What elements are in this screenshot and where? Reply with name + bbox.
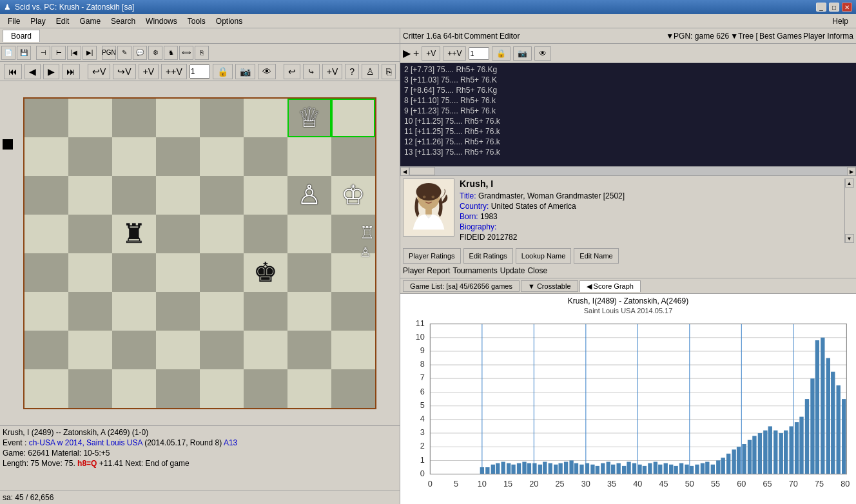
square-g2[interactable] bbox=[287, 331, 331, 369]
square-e6[interactable] bbox=[200, 176, 244, 215]
square-f8[interactable] bbox=[244, 99, 287, 137]
nav-pieces[interactable]: ♙ bbox=[362, 64, 379, 79]
event-eco[interactable]: A13 bbox=[224, 438, 237, 447]
tab-best-games[interactable]: Best Games bbox=[759, 32, 802, 41]
scroll-right-btn[interactable]: ▶ bbox=[847, 167, 856, 176]
square-e5[interactable] bbox=[200, 215, 244, 253]
square-a8[interactable] bbox=[24, 99, 68, 137]
square-a4[interactable] bbox=[24, 253, 68, 292]
square-e1[interactable] bbox=[200, 369, 244, 408]
square-c5[interactable]: ♜ bbox=[112, 215, 156, 253]
square-d4[interactable] bbox=[156, 253, 200, 292]
square-b8[interactable] bbox=[68, 99, 112, 137]
nav-next[interactable]: ▶ bbox=[43, 64, 59, 79]
nav-back5[interactable]: ↩V bbox=[88, 64, 110, 79]
scroll-down-arrow[interactable]: ▼ bbox=[845, 234, 854, 243]
btn-tournaments[interactable]: Tournaments bbox=[452, 266, 497, 275]
tab-tree[interactable]: ▼Tree [ bbox=[730, 32, 758, 41]
square-c2[interactable] bbox=[112, 331, 156, 369]
lock-btn[interactable]: 🔒 bbox=[492, 46, 511, 61]
event-link[interactable]: ch-USA w 2014, Saint Louis USA bbox=[29, 438, 142, 447]
nav-start[interactable]: ⏮ bbox=[4, 64, 22, 79]
tb-new-game[interactable]: 📄 bbox=[1, 46, 15, 60]
menu-options[interactable]: Options bbox=[211, 15, 248, 27]
tb-comment[interactable]: 💬 bbox=[133, 46, 147, 60]
tb-annotate[interactable]: ✎ bbox=[117, 46, 131, 60]
square-a5[interactable] bbox=[24, 215, 68, 253]
tab-critter[interactable]: Critter 1.6a 64-bit bbox=[403, 32, 463, 41]
square-d8[interactable] bbox=[156, 99, 200, 137]
square-f3[interactable] bbox=[244, 292, 287, 331]
square-e8[interactable] bbox=[200, 99, 244, 137]
square-a3[interactable] bbox=[24, 292, 68, 331]
nav-rotate[interactable]: ↩ bbox=[284, 64, 300, 79]
eye-btn[interactable]: 👁 bbox=[534, 46, 551, 61]
close-button[interactable]: ✕ bbox=[842, 3, 852, 12]
tab-crosstable[interactable]: ▼ Crosstable bbox=[521, 280, 578, 292]
square-e3[interactable] bbox=[200, 292, 244, 331]
scroll-thumb[interactable] bbox=[409, 167, 435, 175]
engine-h-scrollbar[interactable]: ◀ ▶ bbox=[400, 166, 856, 175]
square-e2[interactable] bbox=[200, 331, 244, 369]
square-h3[interactable] bbox=[331, 292, 375, 331]
btn-player-ratings[interactable]: Player Ratings bbox=[403, 248, 461, 264]
tb-analysis[interactable]: ⚙ bbox=[148, 46, 162, 60]
tab-player-info[interactable]: Player Informa bbox=[803, 32, 853, 41]
nav-plusplus[interactable]: ++V bbox=[161, 64, 187, 79]
nav-addvar[interactable]: +V bbox=[322, 64, 343, 79]
plus-button[interactable]: + bbox=[413, 48, 419, 59]
play-button[interactable]: ▶ bbox=[403, 47, 411, 59]
tb-save[interactable]: 💾 bbox=[17, 46, 31, 60]
square-c7[interactable] bbox=[112, 137, 156, 176]
nav-cam[interactable]: 📷 bbox=[235, 64, 255, 79]
nav-fwd5[interactable]: ↪V bbox=[113, 64, 135, 79]
square-c8[interactable] bbox=[112, 99, 156, 137]
menu-game[interactable]: Game bbox=[74, 15, 106, 27]
btn-close[interactable]: Close bbox=[527, 266, 547, 275]
square-c1[interactable] bbox=[112, 369, 156, 408]
square-h8[interactable] bbox=[331, 99, 375, 137]
tab-score-graph[interactable]: ◀ Score Graph bbox=[579, 280, 641, 292]
tb-training[interactable]: ♞ bbox=[164, 46, 178, 60]
tb-flip[interactable]: ⟺ bbox=[179, 46, 193, 60]
btn-update[interactable]: Update bbox=[500, 266, 525, 275]
square-f4[interactable]: ♚ bbox=[244, 253, 287, 292]
score-v-btn[interactable]: +V bbox=[422, 46, 440, 61]
square-c4[interactable] bbox=[112, 253, 156, 292]
move-number-input[interactable] bbox=[190, 64, 210, 79]
square-f7[interactable] bbox=[244, 137, 287, 176]
square-a6[interactable] bbox=[24, 176, 68, 215]
menu-play[interactable]: Play bbox=[25, 15, 50, 27]
tb-pgn[interactable]: PGN bbox=[102, 46, 116, 60]
square-d1[interactable] bbox=[156, 369, 200, 408]
square-d7[interactable] bbox=[156, 137, 200, 176]
nav-end[interactable]: ⏭ bbox=[62, 64, 80, 79]
square-g4[interactable] bbox=[287, 253, 331, 292]
square-a1[interactable] bbox=[24, 369, 68, 408]
square-b4[interactable] bbox=[68, 253, 112, 292]
square-d3[interactable] bbox=[156, 292, 200, 331]
nav-copy2[interactable]: ⎘ bbox=[382, 64, 396, 79]
square-f2[interactable] bbox=[244, 331, 287, 369]
scroll-left-btn[interactable]: ◀ bbox=[400, 167, 409, 176]
btn-lookup-name[interactable]: Lookup Name bbox=[516, 248, 572, 264]
square-b1[interactable] bbox=[68, 369, 112, 408]
nav-prev[interactable]: ◀ bbox=[24, 64, 41, 79]
square-h6[interactable]: ♔ bbox=[331, 176, 375, 215]
tb-next-game[interactable]: ⊢ bbox=[52, 46, 66, 60]
tb-end[interactable]: ▶| bbox=[83, 46, 97, 60]
tab-game-list[interactable]: Game List: [sa] 45/62656 games bbox=[403, 280, 520, 292]
nav-question[interactable]: ? bbox=[345, 64, 359, 79]
menu-tools[interactable]: Tools bbox=[182, 15, 211, 27]
square-g5[interactable] bbox=[287, 215, 331, 253]
menu-help[interactable]: Help bbox=[827, 15, 853, 27]
menu-edit[interactable]: Edit bbox=[51, 15, 75, 27]
square-b7[interactable] bbox=[68, 137, 112, 176]
square-c3[interactable] bbox=[112, 292, 156, 331]
tab-pgn[interactable]: ▼PGN: game 626 bbox=[666, 32, 729, 41]
scroll-up-arrow[interactable]: ▲ bbox=[845, 179, 854, 188]
square-f5[interactable] bbox=[244, 215, 287, 253]
maximize-button[interactable]: □ bbox=[829, 3, 839, 12]
square-d5[interactable] bbox=[156, 215, 200, 253]
square-g6[interactable]: ♙ bbox=[287, 176, 331, 215]
